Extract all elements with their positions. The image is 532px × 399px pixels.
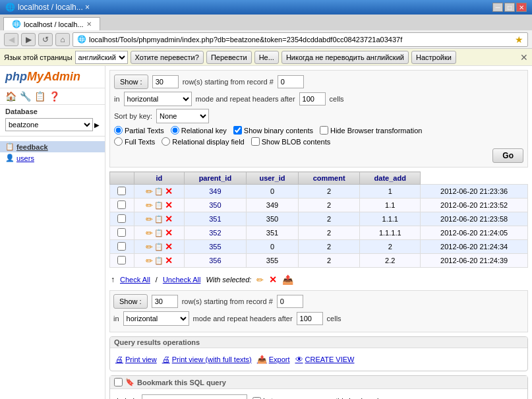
maximize-button[interactable]: □ [504, 3, 515, 12]
close-button[interactable]: ✕ [516, 3, 527, 12]
sort-select[interactable]: None [156, 109, 209, 123]
show-binary-checkbox[interactable] [233, 126, 242, 135]
address-input[interactable] [89, 36, 512, 44]
go-button[interactable]: Go [492, 148, 523, 163]
create-view-link[interactable]: 👁 CREATE VIEW [295, 355, 355, 364]
hide-browser-checkbox[interactable] [320, 126, 328, 135]
print-view-link[interactable]: 🖨 Print view [115, 355, 157, 364]
delete-icon[interactable]: ✕ [165, 241, 173, 252]
edit-icon[interactable]: ✏ [146, 242, 153, 252]
edit-icon[interactable]: ✏ [146, 187, 153, 197]
copy-icon[interactable]: 📋 [154, 229, 163, 237]
print-full-link[interactable]: 🖨 Print view (with full texts) [162, 355, 252, 364]
row-checkbox[interactable] [117, 214, 126, 223]
show-count-input[interactable] [152, 75, 179, 88]
selected-export-icon[interactable]: 📤 [282, 274, 293, 285]
bookmark-access-checkbox[interactable] [252, 397, 261, 400]
home-icon[interactable]: 🏠 [5, 91, 16, 102]
copy-icon[interactable]: 📋 [154, 187, 163, 196]
refresh-icon[interactable]: 🔧 [20, 91, 30, 102]
full-texts-option[interactable]: Full Texts [114, 137, 155, 146]
scroll-top-icon[interactable]: ↑ [111, 275, 115, 284]
selected-delete-icon[interactable]: ✕ [269, 274, 277, 285]
sidebar-item-users[interactable]: 👤 users [0, 152, 105, 164]
bookmark-star-icon[interactable]: ★ [515, 34, 523, 45]
repeat-input[interactable] [299, 92, 326, 106]
edit-icon[interactable]: ✏ [146, 214, 153, 224]
partial-texts-option[interactable]: Partial Texts [114, 126, 164, 135]
selected-edit-icon[interactable]: ✏ [256, 275, 264, 285]
edit-icon[interactable]: ✏ [146, 256, 153, 266]
bottom-show-input[interactable] [152, 295, 178, 308]
bookmark-access-option[interactable]: Let every user access this bookmark [252, 397, 381, 400]
bottom-repeat-input[interactable] [297, 312, 323, 325]
help-icon[interactable]: ❓ [49, 91, 59, 102]
row-checkbox[interactable] [117, 242, 126, 251]
copy-icon[interactable]: 📋 [154, 257, 163, 265]
copy-icon[interactable]: 📋 [154, 243, 163, 251]
minimize-button[interactable]: ─ [492, 3, 503, 12]
window-controls[interactable]: ─ □ ✕ [492, 3, 527, 12]
relational-key-radio[interactable] [171, 126, 179, 135]
full-texts-radio[interactable] [114, 137, 123, 146]
relational-key-option[interactable]: Relational key [171, 126, 227, 135]
address-bar[interactable]: 🌐 ★ [73, 32, 528, 47]
delete-icon[interactable]: ✕ [165, 186, 173, 197]
relational-display-radio[interactable] [162, 137, 170, 146]
show-binary-option[interactable]: Show binary contents [233, 126, 313, 135]
uncheck-all-link[interactable]: Uncheck All [163, 276, 200, 284]
delete-icon[interactable]: ✕ [165, 255, 173, 266]
partial-texts-radio[interactable] [114, 126, 123, 135]
show-button[interactable]: Show : [114, 75, 148, 89]
never-translate-button[interactable]: Никогда не переводить английский [281, 51, 409, 64]
browser-tab[interactable]: 🌐 localhost / localh... ✕ [3, 17, 100, 30]
database-go-button[interactable]: ▶ [94, 121, 100, 129]
translate-button[interactable]: Перевести [206, 51, 252, 64]
tab-close-button[interactable]: ✕ [86, 20, 92, 28]
bottom-show-button[interactable]: Show : [113, 294, 148, 309]
start-record-input[interactable] [278, 75, 304, 88]
col-header-user-id[interactable]: user_id [246, 172, 298, 185]
forward-button[interactable]: ▶ [21, 33, 36, 46]
col-header-id[interactable]: id [134, 172, 184, 185]
check-all-link[interactable]: Check All [120, 276, 150, 284]
show-blob-checkbox[interactable] [251, 137, 260, 146]
col-header-comment[interactable]: comment [299, 172, 360, 185]
mode-select[interactable]: horizontal vertical horizontalflipped [124, 92, 192, 106]
export-link[interactable]: 📤 Export [257, 355, 290, 364]
bottom-start-input[interactable] [277, 295, 303, 308]
sidebar-item-feedback[interactable]: 📋 feedback [0, 141, 105, 152]
language-select[interactable]: английский [75, 51, 128, 64]
bookmark-content: Label: Let every user access this bookma… [110, 389, 527, 399]
col-header-date-add[interactable]: date_add [360, 172, 421, 185]
refresh-button[interactable]: ↺ [38, 33, 53, 46]
delete-icon[interactable]: ✕ [165, 228, 173, 238]
relational-display-option[interactable]: Relational display field [162, 137, 244, 146]
full-texts-label: Full Texts [125, 138, 155, 146]
delete-icon[interactable]: ✕ [165, 200, 173, 210]
bookmark-section-checkbox[interactable] [114, 378, 123, 386]
back-button[interactable]: ◀ [4, 33, 18, 46]
translation-bar-close[interactable]: ✕ [520, 52, 528, 63]
show-blob-option[interactable]: Show BLOB contents [251, 137, 331, 146]
settings-button[interactable]: Настройки [411, 51, 456, 64]
copy-icon[interactable]: 📋 [154, 215, 163, 224]
row-checkbox[interactable] [117, 256, 126, 264]
col-header-parent-id[interactable]: parent_id [184, 172, 246, 185]
hide-browser-option[interactable]: Hide Browser transformation [320, 126, 422, 135]
home-button[interactable]: ⌂ [55, 33, 70, 46]
delete-icon[interactable]: ✕ [165, 214, 173, 224]
database-select[interactable]: beatzone [5, 118, 93, 131]
copy-icon[interactable]: 📋 [154, 201, 163, 210]
with-selected-label: With selected: [206, 276, 251, 284]
row-checkbox[interactable] [117, 187, 126, 195]
list-icon[interactable]: 📋 [34, 91, 45, 102]
edit-icon[interactable]: ✏ [146, 200, 153, 210]
row-checkbox[interactable] [117, 228, 126, 237]
edit-icon[interactable]: ✏ [146, 228, 153, 238]
translate-not-button[interactable]: Не... [254, 51, 279, 64]
translate-prompt-button[interactable]: Хотите перевести? [131, 51, 204, 64]
row-checkbox[interactable] [117, 200, 126, 209]
bottom-mode-select[interactable]: horizontal vertical [123, 311, 189, 326]
bookmark-label-input[interactable] [142, 394, 247, 399]
